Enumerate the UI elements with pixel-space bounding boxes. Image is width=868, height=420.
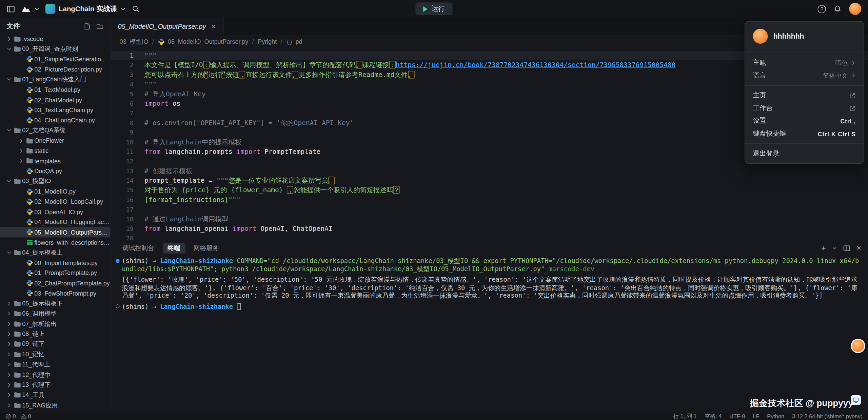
menu-item-theme[interactable]: 主题暗色 — [745, 57, 864, 69]
tree-folder-.vscode[interactable]: .vscode — [0, 34, 110, 44]
tree-item-label: 02_文档QA系统 — [22, 126, 65, 135]
tree-file-02_PictureDescription.py[interactable]: 02_PictureDescription.py — [0, 64, 110, 75]
tree-file-04_ChatLongChain.py[interactable]: 04_ChatLongChain.py — [0, 115, 110, 125]
tree-folder-06_调用模型[interactable]: 06_调用模型 — [0, 308, 110, 319]
tree-file-03_OpenAI_IO.py[interactable]: 03_OpenAI_IO.py — [0, 207, 110, 217]
status-encoding[interactable]: UTF-8 — [729, 413, 745, 419]
tree-item-label: OneFlower — [34, 137, 64, 144]
menu-item-shortcuts[interactable]: 键盘快捷键Ctrl K Ctrl S — [745, 127, 864, 140]
tree-file-01_PromptTemplate.py[interactable]: 01_PromptTemplate.py — [0, 268, 110, 278]
tree-item-label: 03_OpenAI_IO.py — [34, 208, 83, 215]
code-line-15[interactable]: 15对于售价为 {price} 元的 {flower_name} ，您能提供一个… — [111, 186, 868, 195]
menu-item-language[interactable]: 语言简体中文 — [745, 69, 864, 82]
editor-tab[interactable]: 05_ModelIO_OutputParser.py ✕ — [111, 18, 224, 35]
terminal-dropdown-icon[interactable] — [832, 245, 837, 251]
tree-file-02_ModelIO_LoopCall.py[interactable]: 02_ModelIO_LoopCall.py — [0, 197, 110, 207]
project-selector[interactable]: LangChain 实战课 — [45, 4, 125, 14]
user-avatar[interactable] — [849, 3, 861, 15]
breadcrumb-item[interactable]: {}pd — [286, 38, 302, 45]
code-token: 。 — [328, 177, 335, 184]
tree-file-02_ChatPromptTemplate.py[interactable]: 02_ChatPromptTemplate.py — [0, 278, 110, 288]
terminal-text: → — [153, 303, 160, 311]
new-file-icon[interactable] — [84, 22, 91, 29]
breadcrumb-item[interactable]: 05_ModelIO_OutputParser.py — [158, 38, 248, 45]
new-folder-icon[interactable] — [96, 22, 103, 29]
status-python-interpreter[interactable]: 3.12.2 64-bit ('shims': pyenv) — [792, 413, 863, 419]
status-cursor-position[interactable]: 行 1, 列 1 — [673, 412, 697, 420]
tree-file-05_ModelIO_OutputParser.py[interactable]: 05_ModelIO_OutputParser.py — [0, 227, 110, 237]
menu-item-home[interactable]: 主页 — [745, 89, 864, 102]
status-warnings[interactable]: 0 — [21, 413, 31, 419]
status-indentation[interactable]: 空格: 4 — [705, 412, 722, 420]
command-decoration-icon[interactable] — [116, 259, 119, 262]
status-errors[interactable]: 0 — [5, 413, 16, 419]
close-icon[interactable]: ✕ — [211, 23, 216, 30]
workspace-switcher[interactable] — [21, 5, 39, 13]
tree-folder-01_LangChain快速入门[interactable]: 01_LangChain快速入门 — [0, 75, 110, 85]
status-eol[interactable]: LF — [753, 413, 759, 419]
status-bar: 00 行 1, 列 1空格: 4UTF-8LFPython3.12.2 64-b… — [0, 412, 868, 420]
code-line-20[interactable]: 20 — [111, 234, 868, 241]
tree-folder-05_提示模板下[interactable]: 05_提示模板下 — [0, 298, 110, 308]
menu-item-logout[interactable]: 退出登录 — [745, 147, 864, 160]
tree-file-03_FewShotPrompt.py[interactable]: 03_FewShotPrompt.py — [0, 288, 110, 298]
tree-file-04_ModelIO_HuggingFace.py[interactable]: 04_ModelIO_HuggingFace.py — [0, 217, 110, 227]
code-line-19[interactable]: 19from langchain_openai import OpenAI, C… — [111, 224, 868, 234]
status-language-mode[interactable]: Python — [767, 413, 784, 419]
panel-tab-调试控制台[interactable]: 调试控制台 — [117, 243, 159, 253]
tree-folder-09_链下[interactable]: 09_链下 — [0, 339, 110, 349]
new-terminal-icon[interactable]: + — [821, 243, 826, 252]
panel-tab-终端[interactable]: 终端 — [162, 243, 185, 253]
run-button[interactable]: 运行 — [415, 2, 452, 15]
tree-folder-03_模型IO[interactable]: 03_模型IO — [0, 176, 110, 186]
code-line-16[interactable]: 16{format_instructions}""" — [111, 195, 868, 205]
folder-icon — [13, 361, 22, 367]
menu-item-settings[interactable]: 设置Ctrl , — [745, 115, 864, 127]
tree-folder-11_代理上[interactable]: 11_代理上 — [0, 359, 110, 369]
help-icon[interactable]: ? — [817, 5, 826, 13]
bell-icon[interactable] — [834, 5, 842, 13]
feedback-widget-button[interactable] — [851, 395, 861, 405]
tree-file-02_ChatModel.py[interactable]: 02_ChatModel.py — [0, 95, 110, 105]
tree-file-flowers_with_descriptions.csv[interactable]: flowers_with_descriptions.csv — [0, 237, 110, 247]
breadcrumb-item[interactable]: 03_模型IO — [120, 37, 149, 45]
tree-file-01_SimpleTextGeneration.py[interactable]: 01_SimpleTextGeneration.py — [0, 54, 110, 64]
search-icon[interactable] — [132, 5, 139, 13]
tree-folder-14_工具[interactable]: 14_工具 — [0, 390, 110, 400]
split-panel-icon[interactable] — [843, 244, 850, 252]
tree-folder-02_文档QA系统[interactable]: 02_文档QA系统 — [0, 125, 110, 136]
menu-item-workbench[interactable]: 工作台 — [745, 102, 864, 115]
tree-folder-04_提示模板上[interactable]: 04_提示模板上 — [0, 247, 110, 258]
tree-file-01_TextModel.py[interactable]: 01_TextModel.py — [0, 85, 110, 95]
tree-folder-templates[interactable]: templates — [0, 156, 110, 166]
panel-tab-网络服务[interactable]: 网络服务 — [189, 243, 224, 253]
folder-icon — [13, 402, 22, 408]
tree-folder-13_代理下[interactable]: 13_代理下 — [0, 380, 110, 390]
code-line-14[interactable]: 14prompt_template = """您是一位专业的鲜花店文案撰写员。 — [111, 176, 868, 185]
code-line-17[interactable]: 17 — [111, 205, 868, 214]
breadcrumb-item[interactable]: Pyright — [258, 38, 277, 45]
tree-folder-07_解析输出[interactable]: 07_解析输出 — [0, 319, 110, 329]
tree-folder-08_链上[interactable]: 08_链上 — [0, 329, 110, 339]
code-line-18[interactable]: 18# 通过LangChain调用模型 — [111, 215, 868, 224]
tree-file-DocQA.py[interactable]: DocQA.py — [0, 166, 110, 176]
tree-folder-12_代理中[interactable]: 12_代理中 — [0, 369, 110, 380]
sidebar-toggle-icon[interactable] — [7, 5, 15, 13]
tree-folder-00_开篇词_奇点时刻[interactable]: 00_开篇词_奇点时刻 — [0, 44, 110, 54]
assistant-avatar-button[interactable] — [851, 339, 865, 353]
tree-folder-15_RAG应用[interactable]: 15_RAG应用 — [0, 400, 110, 411]
python-file-icon — [25, 269, 34, 277]
tree-folder-OneFlower[interactable]: OneFlower — [0, 136, 110, 146]
terminal[interactable]: (shims) → LangChain-shizhanke COMMAND="c… — [111, 255, 868, 412]
folder-icon — [25, 148, 34, 154]
tree-file-01_ModelIO.py[interactable]: 01_ModelIO.py — [0, 186, 110, 197]
code-line-13[interactable]: 13# 创建提示模板 — [111, 166, 868, 176]
command-decoration-icon[interactable] — [116, 305, 119, 308]
tree-item-label: 04_提示模板上 — [22, 248, 63, 257]
tree-folder-static[interactable]: static — [0, 146, 110, 156]
chevron-down-icon — [34, 6, 39, 12]
tree-folder-10_记忆[interactable]: 10_记忆 — [0, 349, 110, 359]
tree-file-00_ImportTemplates.py[interactable]: 00_ImportTemplates.py — [0, 258, 110, 268]
close-panel-icon[interactable]: ✕ — [856, 244, 861, 252]
tree-file-03_TextLangChain.py[interactable]: 03_TextLangChain.py — [0, 105, 110, 115]
